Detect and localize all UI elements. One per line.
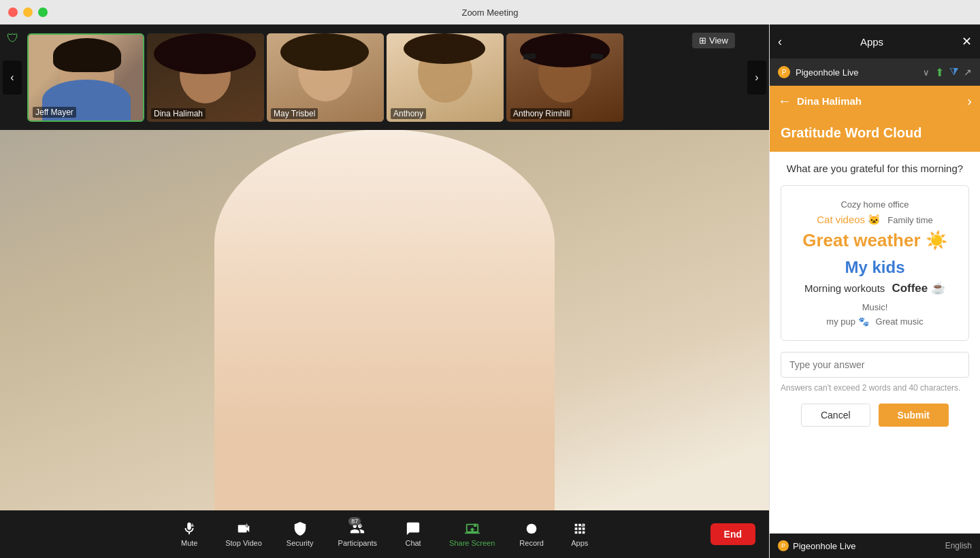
- strip-nav-left[interactable]: ‹: [3, 61, 22, 95]
- share-screen-label: Share Screen: [449, 539, 495, 547]
- apps-close-button[interactable]: ✕: [962, 34, 972, 49]
- stop-video-button[interactable]: ▲ Stop Video: [213, 521, 274, 547]
- maximize-button[interactable]: [38, 7, 48, 17]
- wc-pup: my pup 🐾: [826, 316, 868, 327]
- nav-forward-button[interactable]: ›: [967, 93, 972, 109]
- security-icon: [293, 521, 308, 536]
- thumbnail-anthony[interactable]: Anthony: [387, 33, 504, 122]
- wc-workouts: Morning workouts: [804, 282, 885, 294]
- view-button[interactable]: ⊞ View: [692, 33, 735, 48]
- chat-icon: [406, 521, 421, 536]
- mute-label: Mute: [181, 539, 197, 547]
- security-button[interactable]: Security: [274, 521, 326, 547]
- word-cloud: Cozy home office Cat videos 🐱 Family tim…: [781, 185, 969, 341]
- end-button[interactable]: End: [710, 523, 755, 545]
- record-label: Record: [519, 539, 543, 547]
- activity-header: Gratitude Word Cloud: [770, 116, 980, 152]
- main-video: [0, 130, 769, 510]
- wc-row-4: Morning workouts Coffee ☕ Music!: [792, 281, 958, 312]
- chat-button[interactable]: Chat: [389, 521, 437, 547]
- chat-label: Chat: [405, 539, 421, 547]
- wc-row-1: Cozy home office: [840, 199, 909, 210]
- content-area: What are you grateful for this morning? …: [770, 152, 980, 534]
- security-badge: 🛡: [7, 31, 19, 46]
- thumbnail-label-may: May Trisbel: [271, 108, 318, 119]
- wc-row-3: Great weather ☀️ My kids: [792, 230, 958, 277]
- thumbnail-label-anthony: Anthony: [391, 108, 426, 119]
- pigeonhole-chevron: ∨: [923, 67, 930, 78]
- thumbnail-label-rimhill: Anthony Rimhill: [510, 108, 572, 119]
- thumbnail-jeff-mayer[interactable]: Jeff Mayer: [27, 33, 144, 122]
- thumbnail-dina-halimah[interactable]: Dina Halimah: [147, 33, 264, 122]
- wc-cozy: Cozy home office: [840, 199, 909, 210]
- apps-toolbar-label: Apps: [571, 539, 588, 547]
- stop-video-icon: ▲: [236, 521, 251, 536]
- apps-button[interactable]: ▲ Apps: [556, 521, 604, 547]
- bottom-pig-dot: P: [778, 540, 789, 551]
- video-area: 🛡 ‹ Jeff Mayer Dina Halimah: [0, 24, 769, 558]
- thumbnail-may-trisbel[interactable]: May Trisbel: [267, 33, 384, 122]
- security-label: Security: [287, 539, 314, 547]
- wc-great-music: Great music: [876, 316, 924, 327]
- apps-header-title: Apps: [782, 36, 962, 48]
- close-button[interactable]: [8, 7, 18, 17]
- bottom-pig-language: English: [945, 541, 972, 551]
- nav-back-button[interactable]: ←: [778, 93, 791, 109]
- mute-button[interactable]: ▲ Mute: [165, 521, 213, 547]
- participants-label: Participants: [338, 539, 377, 547]
- answer-input[interactable]: [781, 352, 969, 378]
- bottom-pigeonhole-bar: P Pigeonhole Live English: [770, 534, 980, 558]
- pigeonhole-action-green[interactable]: ⬆: [935, 66, 944, 79]
- wc-coffee: Coffee ☕: [892, 281, 945, 295]
- participants-icon: 87 ▲: [350, 521, 365, 536]
- pigeonhole-actions: ⬆ ⧩ ↗: [935, 66, 972, 79]
- thumbnail-anthony-rimhill[interactable]: Anthony Rimhill: [506, 33, 623, 122]
- toolbar: ▲ Mute ▲ Stop Video S: [0, 510, 769, 558]
- mute-icon: ▲: [182, 521, 197, 536]
- window-title: Zoom Meeting: [461, 7, 518, 18]
- wc-kids: My kids: [845, 258, 904, 277]
- minimize-button[interactable]: [23, 7, 33, 17]
- apps-header: ‹ Apps ✕: [770, 24, 980, 59]
- thumbnail-strip: 🛡 ‹ Jeff Mayer Dina Halimah: [0, 24, 769, 130]
- wc-weather: Great weather ☀️: [802, 230, 947, 251]
- share-screen-icon: ▲: [465, 521, 480, 536]
- wc-music: Music!: [862, 302, 888, 312]
- window-controls: [8, 7, 48, 17]
- share-screen-button[interactable]: ▲ Share Screen: [437, 521, 507, 547]
- wc-cat: Cat videos 🐱: [817, 214, 881, 226]
- record-button[interactable]: Record: [507, 521, 555, 547]
- main-video-person: [180, 130, 589, 510]
- pigeonhole-bar: P Pigeonhole Live ∨ ⬆ ⧩ ↗: [770, 59, 980, 86]
- question-text: What are you grateful for this morning?: [781, 163, 969, 174]
- thumbnail-label-jeff: Jeff Mayer: [33, 107, 76, 118]
- participants-button[interactable]: 87 ▲ Participants: [326, 521, 389, 547]
- bottom-pig-name: P Pigeonhole Live: [778, 540, 856, 551]
- strip-nav-right[interactable]: ›: [747, 61, 766, 95]
- record-icon: [524, 521, 539, 536]
- pigeonhole-action-filter[interactable]: ⧩: [949, 66, 958, 78]
- stop-video-label: Stop Video: [225, 539, 262, 547]
- answer-hint: Answers can't exceed 2 words and 40 char…: [781, 383, 969, 393]
- svg-point-0: [527, 524, 537, 534]
- thumbnail-label-dina: Dina Halimah: [151, 108, 206, 119]
- wc-row-2: Cat videos 🐱 Family time: [817, 214, 933, 226]
- activity-title: Gratitude Word Cloud: [781, 125, 921, 140]
- cancel-button[interactable]: Cancel: [801, 404, 870, 427]
- pigeonhole-dot: P: [778, 66, 790, 78]
- right-panel: ‹ Apps ✕ P Pigeonhole Live ∨ ⬆ ⧩ ↗ ← Din…: [769, 24, 980, 558]
- nav-title: Dina Halimah: [797, 95, 967, 107]
- wc-family: Family time: [887, 215, 932, 225]
- pigeonhole-name: Pigeonhole Live: [796, 67, 917, 78]
- submit-button[interactable]: Submit: [879, 404, 949, 427]
- apps-icon: ▲: [572, 521, 587, 536]
- title-bar: Zoom Meeting: [0, 0, 980, 24]
- pigeonhole-action-share[interactable]: ↗: [964, 67, 972, 78]
- action-buttons: Cancel Submit: [781, 404, 969, 427]
- wc-row-5: my pup 🐾 Great music: [826, 316, 923, 327]
- nav-bar: ← Dina Halimah ›: [770, 86, 980, 116]
- answer-input-wrap: [781, 352, 969, 378]
- main-container: 🛡 ‹ Jeff Mayer Dina Halimah: [0, 24, 980, 558]
